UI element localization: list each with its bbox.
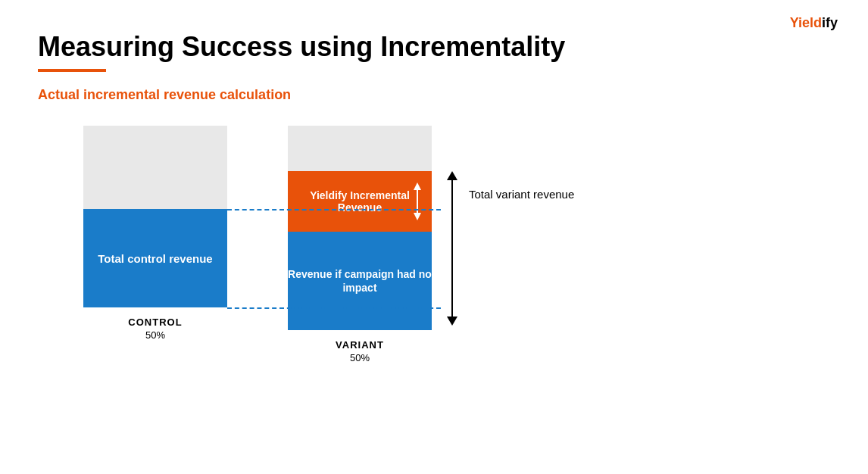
title-underline: [38, 69, 106, 72]
variant-bottom-blue: Revenue if campaign had no impact: [288, 232, 432, 330]
variant-bottom-text: Revenue if campaign had no impact: [288, 267, 432, 295]
variant-percent: 50%: [350, 352, 370, 363]
variant-middle-orange: Yieldify Incremental Revenue: [288, 171, 432, 232]
total-arrow-up: [447, 171, 457, 180]
bars-wrapper: Total control revenue CONTROL 50% Yieldi…: [83, 126, 432, 363]
control-label: CONTROL: [128, 317, 182, 328]
subtitle: Actual incremental revenue calculation: [38, 87, 830, 103]
dashed-line-bottom: [227, 307, 441, 309]
incremental-arrow: [414, 182, 421, 220]
main-title: Measuring Success using Incrementality: [38, 30, 830, 63]
yieldify-logo: Yieldify: [790, 15, 838, 31]
variant-top-gray: [288, 126, 432, 171]
logo-yield: Yield: [790, 15, 822, 30]
variant-bar-group: Yieldify Incremental Revenue Revenue if …: [288, 126, 432, 363]
dashed-line-top: [227, 209, 441, 210]
total-arrow-down: [447, 317, 457, 326]
arrow-down-head: [414, 213, 421, 220]
total-variant-label: Total variant revenue: [469, 186, 574, 202]
chart-area: Total control revenue CONTROL 50% Yieldi…: [38, 126, 830, 363]
logo-ify: ify: [822, 15, 838, 30]
total-arrow-line: [451, 180, 453, 317]
total-variant-arrow-container: [447, 171, 457, 326]
control-top-gray: [83, 126, 227, 209]
arrow-up-head: [414, 182, 421, 190]
page-container: Yieldify Measuring Success using Increme…: [0, 0, 868, 474]
control-bottom-text: Total control revenue: [98, 252, 212, 265]
variant-label: VARIANT: [336, 339, 384, 351]
control-percent: 50%: [145, 329, 165, 341]
total-variant-wrapper: Total variant revenue: [447, 126, 574, 326]
control-bottom-blue: Total control revenue: [83, 209, 227, 307]
control-bar-group: Total control revenue CONTROL 50%: [83, 126, 227, 363]
